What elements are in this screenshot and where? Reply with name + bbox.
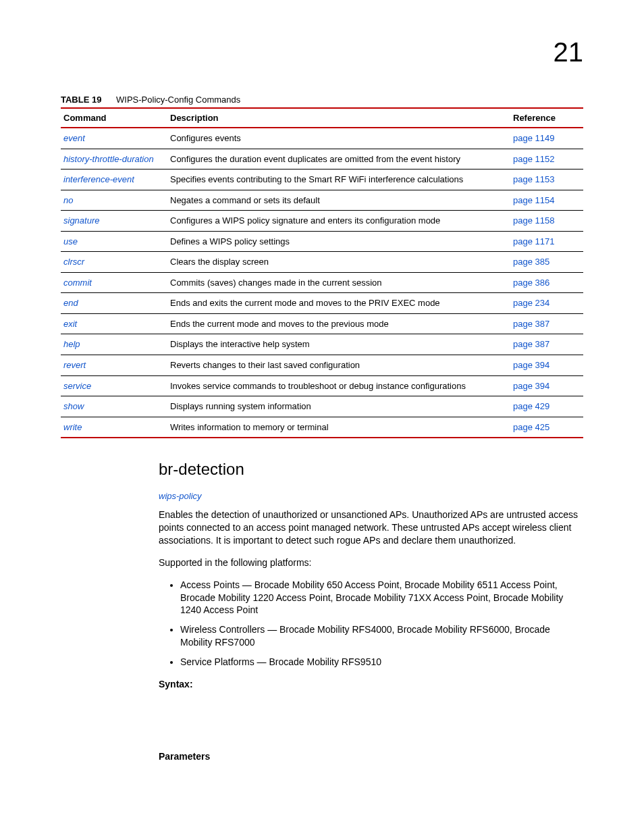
command-description: Clears the display screen [167, 252, 510, 273]
command-description: Displays the interactive help system [167, 334, 510, 355]
table-row: signatureConfigures a WIPS policy signat… [61, 211, 583, 232]
command-link[interactable]: signature [63, 215, 99, 226]
command-description: Configures the duration event duplicates… [167, 149, 510, 170]
table-header-description: Description [167, 108, 510, 128]
command-description: Configures a WIPS policy signature and e… [167, 211, 510, 232]
section-title: br-detection [159, 459, 583, 480]
command-description: Configures events [167, 128, 510, 149]
table-row: showDisplays running system informationp… [61, 396, 583, 417]
command-link[interactable]: end [63, 298, 78, 308]
command-description: Reverts changes to their last saved conf… [167, 355, 510, 376]
command-description: Defines a WIPS policy settings [167, 231, 510, 252]
command-description: Displays running system information [167, 396, 510, 417]
table-row: helpDisplays the interactive help system… [61, 334, 583, 355]
command-link[interactable]: show [63, 401, 84, 411]
command-link[interactable]: exit [63, 319, 77, 329]
commands-table: Command Description Reference eventConfi… [61, 107, 583, 438]
table-row: endEnds and exits the current mode and m… [61, 293, 583, 314]
command-link[interactable]: interference-event [63, 174, 134, 184]
page-reference-link[interactable]: page 1171 [513, 236, 554, 246]
chapter-number: 21 [554, 37, 584, 68]
table-row: history-throttle-durationConfigures the … [61, 149, 583, 170]
section-description: Enables the detection of unauthorized or… [159, 509, 583, 547]
page-reference-link[interactable]: page 387 [513, 319, 549, 329]
table-header-reference: Reference [510, 108, 583, 128]
syntax-heading: Syntax: [159, 678, 583, 691]
page-reference-link[interactable]: page 429 [513, 401, 549, 411]
command-description: Specifies events contributing to the Sma… [167, 170, 510, 190]
platform-item: Service Platforms — Brocade Mobility RFS… [180, 656, 583, 669]
command-link[interactable]: commit [63, 278, 92, 288]
table-row: clrscrClears the display screenpage 385 [61, 252, 583, 273]
table-label: TABLE 19 [61, 95, 101, 105]
page-reference-link[interactable]: page 425 [513, 422, 549, 432]
page-reference-link[interactable]: page 1152 [513, 154, 554, 164]
supported-label: Supported in the following platforms: [159, 556, 583, 569]
command-link[interactable]: write [63, 422, 82, 432]
table-row: noNegates a command or sets its defaultp… [61, 190, 583, 211]
command-link[interactable]: clrscr [63, 257, 84, 267]
table-row: eventConfigures eventspage 1149 [61, 128, 583, 149]
command-link[interactable]: revert [63, 360, 86, 370]
page-reference-link[interactable]: page 1154 [513, 195, 554, 205]
table-row: useDefines a WIPS policy settingspage 11… [61, 231, 583, 252]
command-link[interactable]: service [63, 381, 91, 391]
table-title: WIPS-Policy-Config Commands [116, 95, 240, 105]
command-description: Ends and exits the current mode and move… [167, 293, 510, 314]
page-reference-link[interactable]: page 386 [513, 278, 549, 288]
command-description: Negates a command or sets its default [167, 190, 510, 211]
command-description: Commits (saves) changes made in the curr… [167, 272, 510, 293]
table-caption: TABLE 19 WIPS-Policy-Config Commands [61, 95, 583, 105]
table-row: commitCommits (saves) changes made in th… [61, 272, 583, 293]
page-reference-link[interactable]: page 394 [513, 360, 549, 370]
context-link[interactable]: wips-policy [159, 490, 583, 502]
command-link[interactable]: event [63, 133, 85, 143]
table-row: revertReverts changes to their last save… [61, 355, 583, 376]
command-link[interactable]: use [63, 236, 78, 246]
command-link[interactable]: history-throttle-duration [63, 154, 154, 164]
command-link[interactable]: no [63, 195, 73, 205]
platform-item: Access Points — Brocade Mobility 650 Acc… [180, 579, 583, 617]
table-row: interference-eventSpecifies events contr… [61, 170, 583, 190]
page-reference-link[interactable]: page 234 [513, 298, 549, 308]
page-reference-link[interactable]: page 387 [513, 339, 549, 349]
parameters-heading: Parameters [159, 750, 583, 763]
platform-list: Access Points — Brocade Mobility 650 Acc… [159, 579, 583, 669]
command-description: Ends the current mode and moves to the p… [167, 313, 510, 334]
table-header-command: Command [61, 108, 167, 128]
page-reference-link[interactable]: page 385 [513, 257, 549, 267]
command-description: Invokes service commands to troubleshoot… [167, 375, 510, 396]
page-reference-link[interactable]: page 1149 [513, 133, 554, 143]
page-reference-link[interactable]: page 1158 [513, 215, 554, 226]
page-reference-link[interactable]: page 1153 [513, 174, 554, 184]
table-row: serviceInvokes service commands to troub… [61, 375, 583, 396]
command-link[interactable]: help [63, 339, 80, 349]
table-row: exitEnds the current mode and moves to t… [61, 313, 583, 334]
table-row: writeWrites information to memory or ter… [61, 417, 583, 438]
platform-item: Wireless Controllers — Brocade Mobility … [180, 623, 583, 649]
page-reference-link[interactable]: page 394 [513, 381, 549, 391]
command-description: Writes information to memory or terminal [167, 417, 510, 438]
